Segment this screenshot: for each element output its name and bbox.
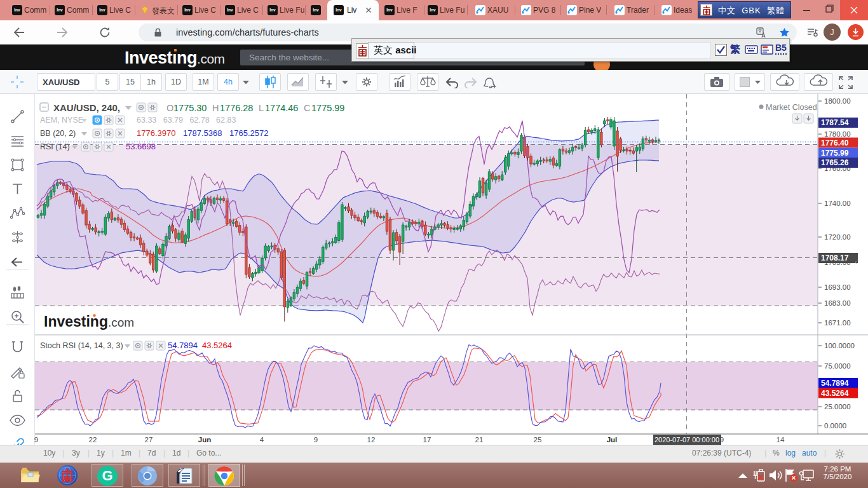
svg-text:1708.17: 1708.17 xyxy=(821,254,849,262)
svg-text:Investing.com: Investing.com xyxy=(44,313,134,330)
svg-text:1776.40: 1776.40 xyxy=(821,139,849,147)
svg-text:54.7894: 54.7894 xyxy=(168,341,198,350)
svg-text:XAU/USD, 240,: XAU/USD, 240, xyxy=(53,102,120,113)
svg-text:1787.54: 1787.54 xyxy=(821,118,849,127)
svg-text:14: 14 xyxy=(776,436,785,444)
svg-text:1774.46: 1774.46 xyxy=(265,103,298,113)
svg-text:43.5264: 43.5264 xyxy=(821,389,849,398)
svg-text:BB (20, 2): BB (20, 2) xyxy=(40,129,76,138)
svg-text:54.7894: 54.7894 xyxy=(821,379,849,388)
svg-text:Market Closed: Market Closed xyxy=(766,103,817,112)
svg-text:‹: ‹ xyxy=(855,258,857,266)
svg-text:1775.99: 1775.99 xyxy=(311,103,344,113)
svg-text:Stoch RSI (14, 14, 3, 3): Stoch RSI (14, 14, 3, 3) xyxy=(40,341,123,350)
svg-text:1720.00: 1720.00 xyxy=(824,233,851,241)
svg-text:0.0000: 0.0000 xyxy=(824,422,846,430)
svg-text:1800.00: 1800.00 xyxy=(824,97,851,105)
svg-text:C: C xyxy=(304,103,310,113)
svg-text:O: O xyxy=(166,103,173,113)
svg-text:AEM, NYSE: AEM, NYSE xyxy=(40,116,83,125)
svg-text:9: 9 xyxy=(314,436,318,444)
svg-text:25.0000: 25.0000 xyxy=(824,403,851,410)
svg-text:1740.00: 1740.00 xyxy=(824,200,851,207)
svg-text:RSI (14): RSI (14) xyxy=(40,142,70,151)
svg-text:1671.00: 1671.00 xyxy=(824,319,851,327)
svg-text:63.33 63.79 62.78 62.83: 63.33 63.79 62.78 62.83 xyxy=(137,116,236,125)
svg-text:1775.30: 1775.30 xyxy=(173,103,207,113)
svg-text:1765.2572: 1765.2572 xyxy=(229,128,268,138)
svg-text:H: H xyxy=(212,103,219,113)
svg-text:17: 17 xyxy=(423,436,431,444)
svg-text:25: 25 xyxy=(534,436,542,444)
svg-text:2020-07-07 00:00:00: 2020-07-07 00:00:00 xyxy=(654,436,719,444)
svg-text:9: 9 xyxy=(34,436,38,444)
svg-text:Jul: Jul xyxy=(607,436,618,444)
svg-text:1776.28: 1776.28 xyxy=(220,103,253,113)
svg-text:100.0000: 100.0000 xyxy=(824,342,855,349)
svg-text:43.5264: 43.5264 xyxy=(202,341,232,350)
svg-text:1780.00: 1780.00 xyxy=(824,130,851,138)
svg-text:4: 4 xyxy=(260,436,264,444)
svg-text:L: L xyxy=(259,103,264,113)
svg-text:1693.00: 1693.00 xyxy=(824,283,851,291)
svg-text:21: 21 xyxy=(475,436,484,444)
svg-text:Jun: Jun xyxy=(198,436,211,444)
svg-text:22: 22 xyxy=(89,436,97,444)
svg-text:1776.3970: 1776.3970 xyxy=(137,128,175,138)
svg-text:1787.5368: 1787.5368 xyxy=(183,128,222,138)
svg-text:1775.99: 1775.99 xyxy=(821,149,849,158)
svg-text:53.6698: 53.6698 xyxy=(126,142,156,151)
svg-text:75.0000: 75.0000 xyxy=(824,362,851,370)
svg-text:1765.26: 1765.26 xyxy=(821,158,849,167)
svg-text:1683.00: 1683.00 xyxy=(824,299,851,307)
svg-text:12: 12 xyxy=(367,436,376,444)
svg-text:27: 27 xyxy=(145,436,153,444)
